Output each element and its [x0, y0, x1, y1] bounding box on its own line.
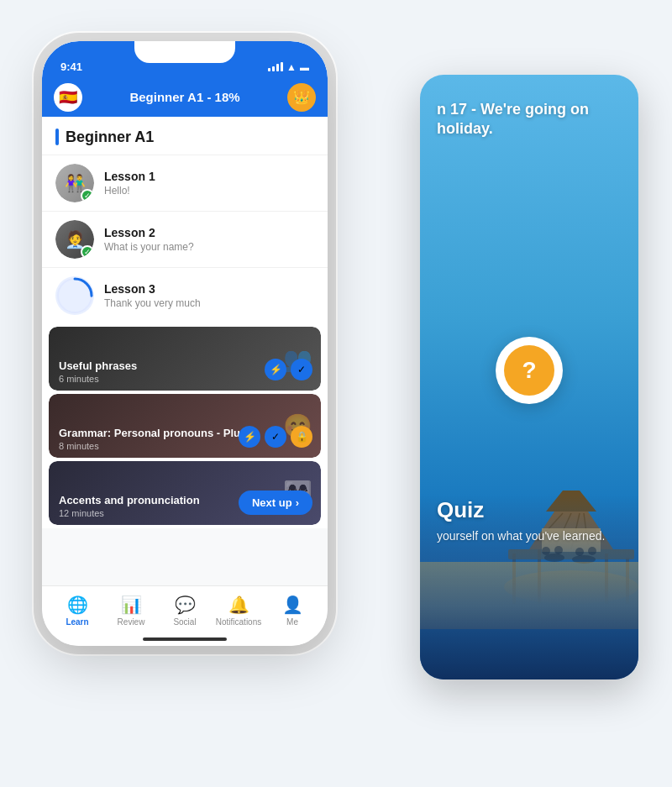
- learn-label: Learn: [66, 617, 88, 627]
- nav-learn[interactable]: 🌐 Learn: [50, 595, 104, 627]
- nav-notifications[interactable]: 🔔 Notifications: [212, 595, 265, 627]
- lesson2-name: Lesson 2: [104, 226, 314, 239]
- flag-circle[interactable]: 🇪🇸: [54, 83, 82, 112]
- next-up-arrow: ›: [296, 496, 299, 509]
- sub-lesson-1-badges: ⚡ ✓: [265, 359, 312, 380]
- lesson-item-3[interactable]: 25% Lesson 3 Thank you very much: [42, 267, 328, 323]
- lesson-item-1[interactable]: 👫 ✓ Lesson 1 Hello!: [42, 155, 328, 211]
- lesson3-subtitle: Thank you very much: [104, 297, 314, 309]
- nav-social[interactable]: 💬 Social: [158, 595, 212, 627]
- bottom-nav: 🌐 Learn 📊 Review 💬 Social 🔔 Notification…: [42, 585, 328, 646]
- lesson1-subtitle: Hello!: [104, 185, 314, 197]
- nav-me[interactable]: 👤 Me: [265, 595, 319, 627]
- lesson1-check: ✓: [81, 189, 94, 202]
- learn-icon: 🌐: [67, 595, 88, 615]
- panel-top-text: n 17 - We're going on holiday.: [437, 100, 638, 139]
- home-indicator: [143, 637, 227, 641]
- question-mark: ?: [504, 345, 554, 396]
- next-up-label: Next up: [252, 496, 292, 509]
- signal-bar-1: [268, 68, 270, 71]
- status-time: 9:41: [60, 60, 82, 73]
- sub-lesson-card-3[interactable]: Accents and pronunciation 12 minutes Nex…: [49, 461, 321, 525]
- sub-lesson-card-2[interactable]: Grammar: Personal pronouns - Plural 8 mi…: [49, 394, 321, 458]
- signal-bar-4: [281, 62, 283, 71]
- crown-icon: 👑: [293, 89, 310, 105]
- battery-icon: ▬: [300, 62, 309, 72]
- next-up-button[interactable]: Next up ›: [239, 491, 312, 515]
- lesson2-subtitle: What is your name?: [104, 241, 314, 253]
- phone-screen: 9:41 ▲ ▬ 🇪🇸 Beginner A1 - 18: [42, 41, 328, 646]
- quiz-subtitle: yourself on what you've learned.: [437, 528, 622, 545]
- bolt-badge-1: ⚡: [265, 359, 286, 380]
- notifications-label: Notifications: [216, 617, 261, 627]
- lesson1-name: Lesson 1: [104, 170, 314, 183]
- notifications-icon: 🔔: [228, 595, 249, 615]
- phone-notch: [134, 41, 235, 63]
- wifi-icon: ▲: [286, 61, 297, 73]
- lesson3-progress: 25%: [55, 276, 94, 315]
- header-title: Beginner A1 - 18%: [129, 90, 239, 104]
- me-icon: 👤: [282, 595, 303, 615]
- check-badge-1: ✓: [291, 359, 312, 380]
- panel-quiz-text: Quiz yourself on what you've learned.: [437, 497, 622, 545]
- lesson3-name: Lesson 3: [104, 282, 314, 296]
- bolt-badge-2: ⚡: [239, 426, 260, 448]
- me-label: Me: [286, 617, 298, 627]
- signal-bar-2: [272, 66, 275, 71]
- section-title: Beginner A1: [66, 129, 154, 146]
- flag-emoji: 🇪🇸: [59, 88, 77, 107]
- scene: n 17 - We're going on holiday. ?: [17, 24, 655, 763]
- lesson1-avatar: 👫 ✓: [55, 164, 94, 202]
- lesson2-check: ✓: [81, 245, 94, 259]
- section-header: Beginner A1: [42, 117, 328, 155]
- lesson2-info: Lesson 2 What is your name?: [104, 226, 314, 253]
- phone-frame: 9:41 ▲ ▬ 🇪🇸 Beginner A1 - 18: [42, 41, 328, 646]
- app-content: Beginner A1 👫 ✓ Lesson 1 Hello!: [42, 117, 328, 528]
- lesson3-info: Lesson 3 Thank you very much: [104, 282, 314, 309]
- app-header: 🇪🇸 Beginner A1 - 18% 👑: [42, 78, 328, 117]
- section-line: [55, 129, 59, 145]
- status-icons: ▲ ▬: [268, 61, 309, 73]
- signal-bars: [268, 62, 283, 71]
- lesson2-avatar: 🧑‍💼 ✓: [55, 220, 94, 259]
- lesson1-info: Lesson 1 Hello!: [104, 170, 314, 197]
- card-panel: n 17 - We're going on holiday. ?: [420, 75, 638, 679]
- sub-lesson-card-1[interactable]: Useful phrases 6 minutes ⚡ ✓: [49, 327, 321, 391]
- water-reflection: [420, 562, 638, 629]
- nav-review[interactable]: 📊 Review: [104, 595, 158, 627]
- signal-bar-3: [276, 64, 279, 71]
- social-label: Social: [173, 617, 196, 627]
- crown-button[interactable]: 👑: [287, 83, 316, 112]
- sub-lesson-2-badges: ⚡ ✓ 🔒: [239, 426, 312, 448]
- lock-badge-2: 🔒: [291, 426, 312, 448]
- check-badge-2: ✓: [265, 426, 286, 448]
- review-label: Review: [118, 617, 145, 627]
- lesson-item-2[interactable]: 🧑‍💼 ✓ Lesson 2 What is your name?: [42, 211, 328, 267]
- review-icon: 📊: [121, 595, 142, 615]
- quiz-title: Quiz: [437, 497, 622, 523]
- social-icon: 💬: [175, 595, 196, 615]
